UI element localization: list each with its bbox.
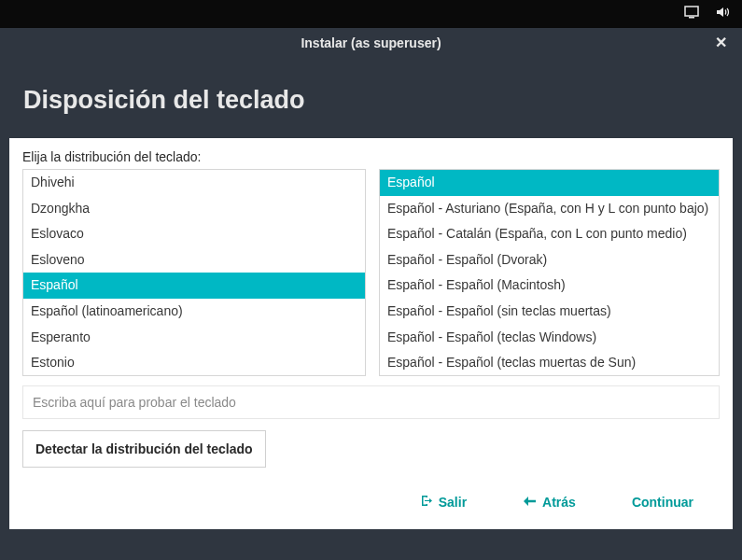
layout-list-item[interactable]: Esperanto: [23, 325, 365, 351]
content-area: Elija la distribución del teclado: Dhive…: [9, 138, 733, 529]
detect-layout-button[interactable]: Detectar la distribución del teclado: [22, 430, 266, 468]
variant-list-item[interactable]: Español - Español (sin teclas muertas): [380, 299, 719, 325]
keyboard-test-input[interactable]: [22, 385, 720, 419]
volume-icon[interactable]: [716, 6, 731, 22]
display-icon[interactable]: [684, 6, 699, 22]
layout-list-item[interactable]: Español: [23, 273, 365, 299]
variant-list-item[interactable]: Español - Español (teclas muertas de Sun…: [380, 350, 719, 375]
variant-list-item[interactable]: Español - Catalán (España, con L con pun…: [380, 221, 719, 247]
window-title-bar: Instalar (as superuser) ✕: [9, 28, 733, 58]
layout-list-item[interactable]: Dzongkha: [23, 196, 365, 222]
layout-list-item[interactable]: Eslovaco: [23, 221, 365, 247]
window-title: Instalar (as superuser): [301, 35, 441, 50]
prompt-label: Elija la distribución del teclado:: [22, 149, 720, 164]
quit-label: Salir: [439, 495, 467, 510]
back-button[interactable]: Atrás: [523, 495, 576, 510]
system-top-bar: [0, 0, 742, 28]
quit-button[interactable]: Salir: [419, 494, 467, 511]
svg-rect-0: [685, 7, 698, 16]
layout-list-item[interactable]: Español (latinoamericano): [23, 299, 365, 325]
continue-button[interactable]: Continuar: [632, 495, 693, 510]
page-title: Disposición del teclado: [23, 86, 719, 115]
layouts-listbox[interactable]: DhivehiDzongkhaEslovacoEslovenoEspañolEs…: [22, 169, 366, 376]
close-icon[interactable]: ✕: [715, 34, 727, 51]
layout-list-item[interactable]: Estonio: [23, 350, 365, 375]
layout-list-item[interactable]: Dhivehi: [23, 170, 365, 196]
installer-window: Instalar (as superuser) ✕ Disposición de…: [9, 28, 733, 529]
back-label: Atrás: [542, 495, 576, 510]
variant-list-item[interactable]: Español - Español (Macintosh): [380, 273, 719, 299]
nav-buttons: Salir Atrás Continuar: [22, 494, 720, 516]
variant-list-item[interactable]: Español - Asturiano (España, con H y L c…: [380, 196, 719, 222]
variants-listbox[interactable]: EspañolEspañol - Asturiano (España, con …: [379, 169, 720, 376]
continue-label: Continuar: [632, 495, 693, 510]
exit-icon: [419, 494, 433, 511]
header-section: Disposición del teclado: [9, 58, 733, 138]
arrow-left-icon: [523, 495, 537, 510]
svg-rect-1: [689, 17, 694, 19]
variant-list-item[interactable]: Español - Español (teclas Windows): [380, 325, 719, 351]
layout-list-item[interactable]: Esloveno: [23, 247, 365, 273]
variant-list-item[interactable]: Español: [380, 170, 719, 196]
variant-list-item[interactable]: Español - Español (Dvorak): [380, 247, 719, 273]
